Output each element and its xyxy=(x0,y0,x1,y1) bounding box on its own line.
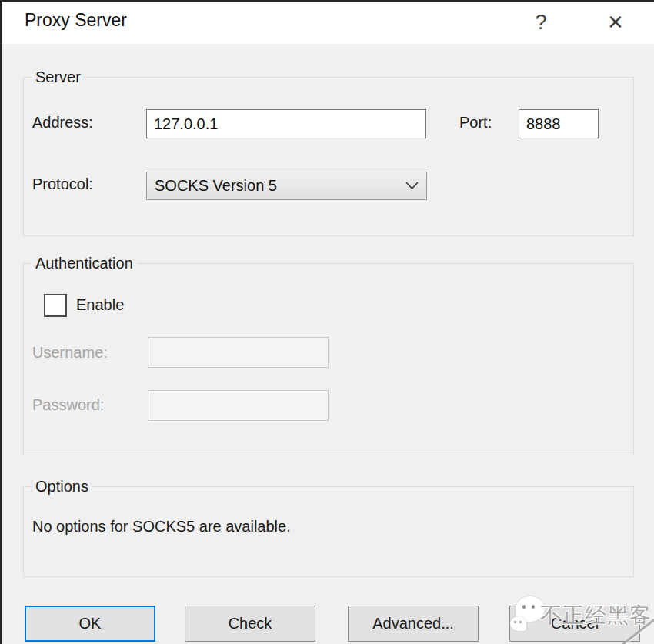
enable-label[interactable]: Enable xyxy=(76,296,124,314)
close-button[interactable]: ✕ xyxy=(596,2,635,44)
cancel-button[interactable]: Cancel xyxy=(509,606,640,642)
protocol-select[interactable]: SOCKS Version 5 xyxy=(146,172,427,200)
server-group: Server xyxy=(23,77,634,236)
advanced-button[interactable]: Advanced... xyxy=(348,606,479,642)
ok-button[interactable]: OK xyxy=(25,606,155,642)
check-button[interactable]: Check xyxy=(185,606,315,642)
dialog-title: Proxy Server xyxy=(25,10,127,31)
password-label: Password: xyxy=(32,396,104,414)
authentication-group-legend: Authentication xyxy=(32,254,137,272)
address-input[interactable] xyxy=(146,109,426,138)
username-label: Username: xyxy=(32,344,108,362)
chevron-down-icon xyxy=(405,182,419,190)
server-group-legend: Server xyxy=(32,68,85,86)
titlebar: Proxy Server ? ✕ xyxy=(2,2,654,44)
port-label: Port: xyxy=(459,114,492,132)
close-icon: ✕ xyxy=(607,11,624,35)
username-input xyxy=(148,337,329,368)
proxy-server-dialog: Proxy Server ? ✕ Server Address: Port: P… xyxy=(0,0,654,644)
protocol-selected-value: SOCKS Version 5 xyxy=(155,177,277,195)
authentication-group: Authentication xyxy=(23,263,634,455)
enable-checkbox[interactable] xyxy=(44,294,67,317)
port-input[interactable] xyxy=(519,109,599,138)
help-button[interactable]: ? xyxy=(526,2,556,44)
options-group-legend: Options xyxy=(32,477,92,496)
help-icon: ? xyxy=(535,11,546,35)
protocol-label: Protocol: xyxy=(32,175,93,193)
dialog-body: Server Address: Port: Protocol: SOCKS Ve… xyxy=(2,44,654,644)
password-input xyxy=(148,390,329,421)
address-label: Address: xyxy=(32,114,93,132)
options-message: No options for SOCKS5 are available. xyxy=(32,518,291,536)
